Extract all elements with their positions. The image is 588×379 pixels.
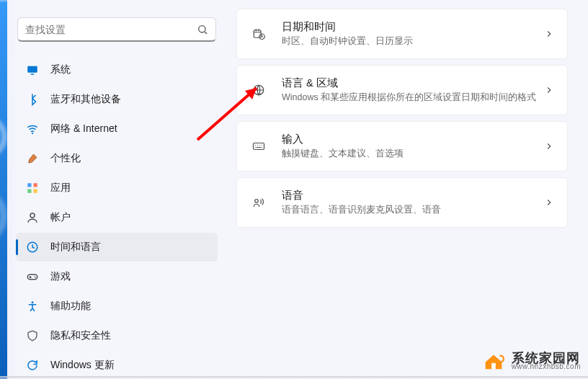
search-icon xyxy=(197,24,208,35)
house-icon xyxy=(481,349,506,373)
card-subtitle: Windows 和某些应用根据你所在的区域设置日期和时间的格式 xyxy=(282,92,544,104)
sidebar-item-label: 系统 xyxy=(50,63,71,76)
sidebar-item-privacy[interactable]: 隐私和安全性 xyxy=(16,321,218,350)
svg-point-0 xyxy=(199,25,205,32)
chevron-right-icon xyxy=(544,29,554,39)
sidebar-item-gaming[interactable]: 游戏 xyxy=(16,262,218,291)
sidebar-item-apps[interactable]: 应用 xyxy=(16,174,218,202)
apps-icon xyxy=(26,182,39,195)
window-shadow xyxy=(0,376,588,379)
watermark-url: www.hnzxhbsb.com xyxy=(512,363,581,370)
svg-point-4 xyxy=(32,133,33,134)
sidebar-item-label: Windows 更新 xyxy=(50,359,115,372)
card-text: 输入触摸键盘、文本建议、首选项 xyxy=(282,133,544,160)
svg-rect-15 xyxy=(254,30,261,38)
system-icon xyxy=(26,63,39,76)
sidebar-item-accounts[interactable]: 帐户 xyxy=(16,203,218,232)
svg-rect-2 xyxy=(27,66,37,73)
sidebar-item-update[interactable]: Windows 更新 xyxy=(16,351,218,372)
search-box[interactable] xyxy=(17,17,216,42)
globe-lang-icon: 字 xyxy=(250,81,267,99)
card-text: 语音语音语言、语音识别麦克风设置、语音 xyxy=(282,189,544,216)
nav-list: 系统蓝牙和其他设备网络 & Internet个性化应用帐户时间和语言游戏辅助功能… xyxy=(14,55,219,372)
search-input[interactable] xyxy=(25,24,197,35)
svg-point-13 xyxy=(35,277,37,279)
card-subtitle: 语音语言、语音识别麦克风设置、语音 xyxy=(282,204,544,216)
svg-rect-11 xyxy=(27,275,37,280)
gamepad-icon xyxy=(26,270,39,283)
keyboard-icon xyxy=(250,138,267,155)
shield-icon xyxy=(26,329,39,342)
sidebar-item-network[interactable]: 网络 & Internet xyxy=(16,115,218,143)
svg-rect-19 xyxy=(254,143,264,150)
settings-card-datetime[interactable]: 日期和时间时区、自动时钟设置、日历显示 xyxy=(236,9,568,59)
settings-card-language-region[interactable]: 字语言 & 区域Windows 和某些应用根据你所在的区域设置日期和时间的格式 xyxy=(236,65,568,115)
card-subtitle: 时区、自动时钟设置、日历显示 xyxy=(282,35,544,48)
sidebar-item-label: 时间和语言 xyxy=(50,241,101,254)
sidebar-item-label: 网络 & Internet xyxy=(50,122,117,135)
sidebar-item-label: 应用 xyxy=(50,182,71,195)
chevron-right-icon xyxy=(544,141,554,151)
sidebar-item-accessibility[interactable]: 辅助功能 xyxy=(16,292,218,321)
main-panel: 日期和时间时区、自动时钟设置、日历显示字语言 & 区域Windows 和某些应用… xyxy=(223,0,588,379)
account-icon xyxy=(26,211,39,224)
calendar-clock-icon xyxy=(250,25,267,43)
card-text: 日期和时间时区、自动时钟设置、日历显示 xyxy=(282,20,544,48)
brush-icon xyxy=(26,152,39,165)
svg-line-1 xyxy=(205,32,207,34)
settings-window: 系统蓝牙和其他设备网络 & Internet个性化应用帐户时间和语言游戏辅助功能… xyxy=(7,0,588,379)
sidebar-item-label: 隐私和安全性 xyxy=(50,329,111,342)
card-title: 语音 xyxy=(282,189,544,202)
svg-point-20 xyxy=(255,200,259,203)
speech-icon xyxy=(250,194,267,211)
sidebar-item-time[interactable]: 时间和语言 xyxy=(16,233,218,262)
settings-card-typing[interactable]: 输入触摸键盘、文本建议、首选项 xyxy=(236,121,568,171)
svg-point-12 xyxy=(34,276,35,277)
svg-rect-5 xyxy=(27,183,31,187)
chevron-right-icon xyxy=(544,197,554,208)
svg-point-14 xyxy=(32,301,34,303)
card-title: 语言 & 区域 xyxy=(282,76,544,90)
svg-rect-8 xyxy=(34,190,37,193)
clock-icon xyxy=(26,241,39,254)
accessibility-icon xyxy=(26,300,39,313)
card-title: 日期和时间 xyxy=(282,20,544,34)
svg-rect-23 xyxy=(491,363,496,369)
card-subtitle: 触摸键盘、文本建议、首选项 xyxy=(282,148,544,160)
svg-point-9 xyxy=(30,213,35,218)
chevron-right-icon xyxy=(544,85,554,95)
svg-rect-3 xyxy=(31,73,35,75)
bluetooth-icon xyxy=(26,93,39,106)
card-title: 输入 xyxy=(282,133,544,146)
sidebar-item-system[interactable]: 系统 xyxy=(16,55,218,84)
sidebar-item-label: 游戏 xyxy=(50,270,71,283)
svg-rect-7 xyxy=(27,190,31,193)
card-text: 语言 & 区域Windows 和某些应用根据你所在的区域设置日期和时间的格式 xyxy=(282,76,544,104)
sidebar-item-label: 辅助功能 xyxy=(50,300,91,313)
sidebar-item-label: 蓝牙和其他设备 xyxy=(50,93,121,106)
sidebar-item-label: 帐户 xyxy=(50,211,71,224)
sidebar-item-label: 个性化 xyxy=(50,152,81,165)
svg-text:字: 字 xyxy=(257,92,261,97)
sidebar-item-personalization[interactable]: 个性化 xyxy=(16,144,218,173)
wifi-icon xyxy=(26,122,39,135)
profile-row xyxy=(19,7,215,12)
svg-rect-6 xyxy=(34,183,37,187)
sidebar-item-bluetooth[interactable]: 蓝牙和其他设备 xyxy=(16,85,218,114)
sidebar: 系统蓝牙和其他设备网络 & Internet个性化应用帐户时间和语言游戏辅助功能… xyxy=(7,0,223,379)
watermark: 系统家园网 www.hnzxhbsb.com xyxy=(481,349,581,373)
settings-card-speech[interactable]: 语音语音语言、语音识别麦克风设置、语音 xyxy=(236,177,568,228)
update-icon xyxy=(26,359,39,372)
